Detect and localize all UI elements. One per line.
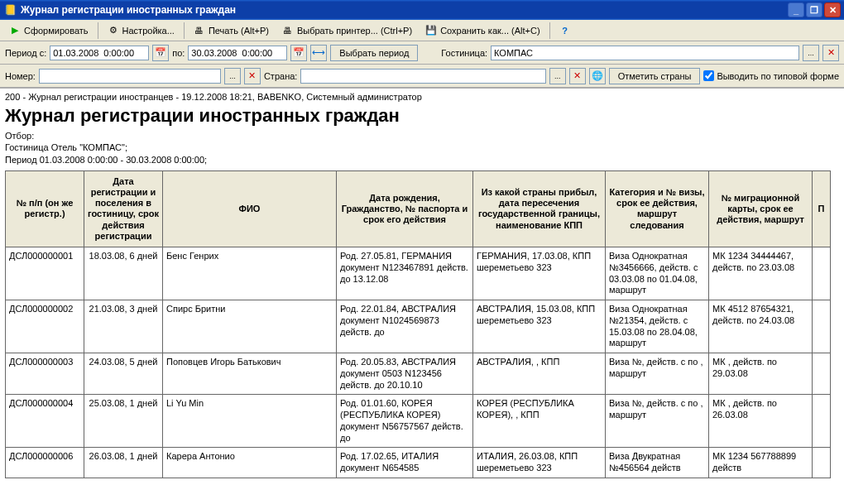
period-to-calendar-button[interactable]: 📅 xyxy=(290,45,307,61)
country-label: Страна: xyxy=(264,71,297,81)
number-input[interactable] xyxy=(39,69,221,84)
table-cell xyxy=(813,395,831,448)
period-from-input[interactable] xyxy=(50,46,149,60)
period-to-label: по: xyxy=(172,48,185,58)
table-cell: АВСТРАЛИЯ, , КПП xyxy=(473,353,606,395)
table-row[interactable]: ДСЛ00000000425.03.08, 1 днейLi Yu MinРод… xyxy=(6,395,831,448)
minimize-button[interactable]: _ xyxy=(788,2,804,17)
col-arrival: Из какой страны прибыл, дата пересечения… xyxy=(473,170,606,247)
table-cell: Li Yu Min xyxy=(163,395,337,448)
report-title: Журнал регистрации иностранных граждан xyxy=(5,105,839,127)
hotel-input[interactable] xyxy=(491,46,799,60)
table-cell: Виза Однократная №21354, действ. с 15.03… xyxy=(606,300,709,353)
table-cell xyxy=(813,300,831,353)
output-template-checkbox[interactable] xyxy=(703,70,714,81)
close-button[interactable]: ✕ xyxy=(824,2,841,17)
form-label: Сформировать xyxy=(24,26,89,36)
table-cell: 18.03.08, 6 дней xyxy=(84,247,163,300)
country-lookup-button[interactable]: ... xyxy=(549,68,566,84)
table-cell: Род. 20.05.83, АВСТРАЛИЯ документ 0503 N… xyxy=(337,353,473,395)
period-line: Период 01.03.2008 0:00:00 - 30.03.2008 0… xyxy=(5,154,839,166)
save-as-label: Сохранить как... (Alt+С) xyxy=(440,26,539,36)
period-from-calendar-button[interactable]: 📅 xyxy=(152,45,169,61)
select-period-label: Выбрать период xyxy=(339,48,409,58)
number-clear-button[interactable]: ✕ xyxy=(244,68,261,84)
table-cell: Поповцев Игорь Батькович xyxy=(163,353,337,395)
select-printer-label: Выбрать принтер... (Ctrl+P) xyxy=(297,26,412,36)
table-cell xyxy=(813,247,831,300)
hotel-line: Гостиница Отель "КОМПАС"; xyxy=(5,142,839,153)
table-row[interactable]: ДСЛ00000000626.03.08, 1 днейКарера Антон… xyxy=(6,448,831,478)
select-printer-button[interactable]: 🖶 Выбрать принтер... (Ctrl+P) xyxy=(276,23,418,38)
mark-countries-button[interactable]: Отметить страны xyxy=(609,68,701,84)
maximize-button[interactable]: ❐ xyxy=(806,2,822,17)
help-button[interactable]: ? xyxy=(554,23,577,38)
period-range-button[interactable]: ⟷ xyxy=(310,45,327,61)
number-lookup-button[interactable]: ... xyxy=(224,68,241,84)
calendar-icon: 📅 xyxy=(293,47,305,58)
save-icon: 💾 xyxy=(425,25,437,36)
table-cell: Род. 27.05.81, ГЕРМАНИЯ документ N123467… xyxy=(337,247,473,300)
globe-icon: 🌐 xyxy=(592,70,603,81)
col-number: № п/п (он же регистр.) xyxy=(6,170,84,247)
country-clear-button[interactable]: ✕ xyxy=(569,68,586,84)
report-viewport[interactable]: 200 - Журнал регистрации иностранцев - 1… xyxy=(0,88,844,504)
table-row[interactable]: ДСЛ00000000324.03.08, 5 днейПоповцев Иго… xyxy=(6,353,831,395)
table-cell: МК , действ. по 26.03.08 xyxy=(709,395,813,448)
globe-button[interactable]: 🌐 xyxy=(589,68,606,84)
hotel-lookup-button[interactable]: ... xyxy=(803,45,819,61)
country-input[interactable] xyxy=(300,69,545,84)
col-migration: № миграционной карты, срок ее действия, … xyxy=(709,170,813,247)
col-visa: Категория и № визы, срок ее действия, ма… xyxy=(606,170,709,247)
col-birth: Дата рождения, Гражданство, № паспорта и… xyxy=(337,170,473,247)
settings-button[interactable]: ⚙ Настройка... xyxy=(102,22,180,38)
print-button[interactable]: 🖶 Печать (Alt+P) xyxy=(188,23,275,38)
table-cell: ДСЛ000000006 xyxy=(6,448,84,478)
table-cell: ДСЛ000000004 xyxy=(6,395,84,448)
mark-countries-label: Отметить страны xyxy=(618,71,692,81)
table-cell: Бенс Генрих xyxy=(163,247,337,300)
table-row[interactable]: ДСЛ00000000118.03.08, 6 днейБенс ГенрихР… xyxy=(6,247,831,300)
filter-row-2: Номер: ... ✕ Страна: ... ✕ 🌐 Отметить ст… xyxy=(0,65,844,88)
number-label: Номер: xyxy=(5,71,36,81)
form-button[interactable]: ▶ Сформировать xyxy=(3,22,94,38)
print-label: Печать (Alt+P) xyxy=(209,26,269,36)
table-cell: 26.03.08, 1 дней xyxy=(84,448,163,478)
settings-label: Настройка... xyxy=(122,26,175,36)
table-cell xyxy=(813,353,831,395)
help-icon: ? xyxy=(559,26,571,36)
report-table: № п/п (он же регистр.) Дата регистрации … xyxy=(5,170,831,478)
table-cell: ИТАЛИЯ, 26.03.08, КПП шереметьево 323 xyxy=(473,448,606,478)
save-as-button[interactable]: 💾 Сохранить как... (Alt+С) xyxy=(420,22,545,38)
table-cell: АВСТРАЛИЯ, 15.03.08, КПП шереметьево 323 xyxy=(473,300,606,353)
calendar-icon: 📅 xyxy=(155,47,166,58)
report-meta: 200 - Журнал регистрации иностранцев - 1… xyxy=(5,89,839,103)
output-template-checkbox-wrap[interactable]: Выводить по типовой форме xyxy=(703,70,839,81)
table-cell: 25.03.08, 1 дней xyxy=(84,395,163,448)
app-icon: 📒 xyxy=(3,3,17,17)
play-icon: ▶ xyxy=(9,25,21,36)
table-cell: Род. 01.01.60, КОРЕЯ (РЕСПУБЛИКА КОРЕЯ) … xyxy=(337,395,473,448)
col-reg-date: Дата регистрации и поселения в гостиницу… xyxy=(84,170,163,247)
table-cell: МК 1234 34444467, действ. по 23.03.08 xyxy=(709,247,813,300)
main-toolbar: ▶ Сформировать ⚙ Настройка... 🖶 Печать (… xyxy=(0,20,844,41)
table-cell: Карера Антонио xyxy=(163,448,337,478)
table-cell: КОРЕЯ (РЕСПУБЛИКА КОРЕЯ), , КПП xyxy=(473,395,606,448)
output-template-label: Выводить по типовой форме xyxy=(717,71,839,81)
otbor-label: Отбор: xyxy=(5,130,839,142)
table-cell: МК 4512 87654321, действ. по 24.03.08 xyxy=(709,300,813,353)
table-cell: МК , действ. по 29.03.08 xyxy=(709,353,813,395)
period-to-input[interactable] xyxy=(188,46,287,60)
hotel-clear-button[interactable]: ✕ xyxy=(822,45,839,61)
table-cell: Спирс Бритни xyxy=(163,300,337,353)
select-period-button[interactable]: Выбрать период xyxy=(330,45,418,61)
table-cell: Виза Однократная №3456666, действ. с 03.… xyxy=(606,247,709,300)
table-cell xyxy=(813,448,831,478)
table-cell: ДСЛ000000001 xyxy=(6,247,84,300)
table-cell: ДСЛ000000002 xyxy=(6,300,84,353)
hotel-label: Гостиница: xyxy=(441,48,487,58)
period-from-label: Период с: xyxy=(5,48,46,58)
table-cell: ГЕРМАНИЯ, 17.03.08, КПП шереметьево 323 xyxy=(473,247,606,300)
table-cell: 21.03.08, 3 дней xyxy=(84,300,163,353)
table-row[interactable]: ДСЛ00000000221.03.08, 3 днейСпирс Бритни… xyxy=(6,300,831,353)
